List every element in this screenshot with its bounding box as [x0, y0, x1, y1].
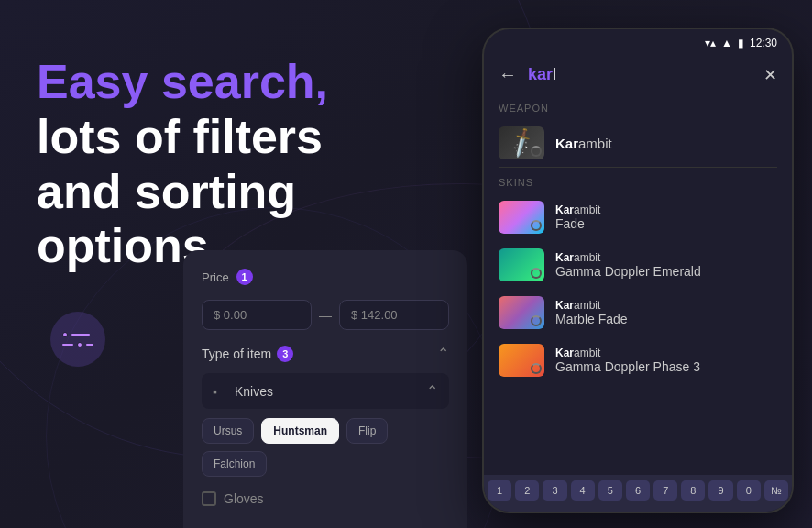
headline-line3: and sorting [37, 165, 296, 218]
emerald-spinner [531, 268, 542, 279]
weapon-section-label: WEAPON [484, 94, 792, 119]
keyboard-row-numbers: 1 2 3 4 5 6 7 8 9 0 № [488, 480, 788, 500]
filter-bar-2 [62, 344, 73, 346]
filter-bar-1 [71, 334, 90, 336]
knife-tag-falchion[interactable]: Falchion [202, 451, 267, 477]
fade-spinner [531, 220, 542, 231]
price-to-input[interactable]: $ 142.00 [339, 300, 449, 330]
weapon-name-prefix: Kar [555, 136, 578, 151]
headline-accent: Easy search, [37, 55, 328, 108]
marble-spinner [531, 315, 542, 326]
skin-name-phase3: Karambit [555, 346, 700, 359]
type-row-left: Type of item 3 [202, 346, 293, 362]
type-label: Type of item [202, 346, 271, 361]
weapon-thumbnail: 🗡️ [499, 126, 544, 160]
price-from-input[interactable]: $ 0.00 [202, 300, 312, 330]
skin-thumbnail-marble [499, 296, 544, 329]
status-time: 12:30 [750, 37, 777, 50]
filter-line-2 [62, 342, 93, 347]
weapon-name-suffix: ambit [578, 136, 612, 151]
key-3[interactable]: 3 [543, 480, 566, 500]
filter-icon-circle [50, 312, 105, 367]
key-5[interactable]: 5 [598, 480, 622, 500]
skin-name-emerald: Karambit [555, 251, 701, 264]
key-2[interactable]: 2 [515, 480, 539, 500]
weapon-name: Karambit [555, 136, 612, 151]
filter-lines-icon [62, 332, 93, 347]
skin-thumbnail-emerald [499, 248, 544, 281]
knives-left: ▪ Knives [213, 384, 273, 399]
filter-panel: Price 1 $ 0.00 — $ 142.00 Type of item 3… [183, 250, 467, 528]
knife-types-list: Ursus Huntsman Flip Falchion [202, 418, 449, 477]
price-label: Price [202, 270, 229, 284]
skin-item-marble[interactable]: Karambit Marble Fade [484, 289, 792, 336]
search-typed: kar [528, 65, 553, 83]
skin-variant-marble: Marble Fade [555, 312, 628, 326]
skin-thumbnail-fade [499, 201, 544, 234]
price-row: Price 1 [202, 269, 449, 285]
skins-section-label: SKINS [484, 168, 792, 193]
key-7[interactable]: 7 [653, 480, 677, 500]
phone-mockup: ▾▴ ▲ ▮ 12:30 ← karl ✕ WEAPON 🗡️ Karambit… [482, 28, 794, 513]
back-arrow-icon[interactable]: ← [499, 64, 517, 85]
skin-variant-emerald: Gamma Doppler Emerald [555, 264, 701, 279]
skin-info-emerald: Karambit Gamma Doppler Emerald [555, 251, 701, 279]
status-battery-icon: ▮ [738, 37, 744, 50]
price-dash: — [319, 308, 332, 323]
gloves-label: Gloves [224, 491, 264, 506]
search-untyped: l [553, 65, 556, 83]
price-inputs[interactable]: $ 0.00 — $ 142.00 [202, 300, 449, 330]
price-badge: 1 [236, 269, 253, 285]
status-signal-icon: ▲ [721, 37, 732, 50]
skin-name-fade: Karambit [555, 204, 600, 216]
filter-dot-2 [77, 342, 82, 347]
status-bar: ▾▴ ▲ ▮ 12:30 [484, 29, 792, 57]
type-badge: 3 [277, 346, 293, 362]
skin-info-phase3: Karambit Gamma Doppler Phase 3 [555, 346, 700, 374]
chevron-up-icon: ⌃ [437, 345, 449, 362]
skin-item-fade[interactable]: Karambit Fade [484, 193, 792, 241]
headline-section: Easy search, lots of filters and sorting… [37, 55, 385, 274]
key-num[interactable]: № [764, 480, 788, 500]
key-0[interactable]: 0 [737, 480, 761, 500]
weapon-item-karambit[interactable]: 🗡️ Karambit [484, 119, 792, 167]
status-wifi-icon: ▾▴ [705, 37, 716, 50]
knives-label: Knives [235, 384, 273, 399]
skin-thumbnail-phase3 [499, 344, 544, 377]
knives-chevron-up-icon: ⌃ [426, 382, 438, 400]
skin-item-emerald[interactable]: Karambit Gamma Doppler Emerald [484, 241, 792, 289]
knife-tag-flip[interactable]: Flip [346, 418, 388, 444]
keyboard[interactable]: 1 2 3 4 5 6 7 8 9 0 № [484, 475, 792, 512]
filter-line-1 [62, 332, 93, 337]
skin-info-fade: Karambit Fade [555, 204, 600, 231]
skin-name-marble: Karambit [555, 299, 628, 312]
headline-line2: lots of filters [37, 110, 323, 163]
gloves-row[interactable]: Gloves [202, 488, 449, 510]
skin-item-phase3[interactable]: Karambit Gamma Doppler Phase 3 [484, 336, 792, 384]
skin-info-marble: Karambit Marble Fade [555, 299, 628, 326]
search-bar[interactable]: ← karl ✕ [484, 57, 792, 93]
skin-variant-fade: Fade [555, 216, 600, 231]
phase3-spinner [531, 363, 542, 374]
key-6[interactable]: 6 [626, 480, 650, 500]
close-search-icon[interactable]: ✕ [763, 65, 777, 85]
filter-bar-3 [86, 344, 93, 346]
headline-text: Easy search, lots of filters and sorting… [37, 55, 385, 274]
filter-dot-1 [62, 332, 68, 337]
gloves-checkbox[interactable] [202, 491, 216, 506]
key-4[interactable]: 4 [571, 480, 595, 500]
skin-variant-phase3: Gamma Doppler Phase 3 [555, 359, 700, 374]
knife-tag-huntsman[interactable]: Huntsman [261, 418, 339, 444]
key-9[interactable]: 9 [708, 480, 732, 500]
knife-tag-ursus[interactable]: Ursus [202, 418, 254, 444]
minus-icon: ▪ [213, 384, 227, 399]
search-input[interactable]: karl [528, 65, 752, 84]
type-row[interactable]: Type of item 3 ⌃ [202, 345, 449, 362]
knives-row[interactable]: ▪ Knives ⌃ [202, 373, 449, 409]
loading-spinner [531, 146, 542, 157]
key-8[interactable]: 8 [681, 480, 705, 500]
key-1[interactable]: 1 [488, 480, 511, 500]
